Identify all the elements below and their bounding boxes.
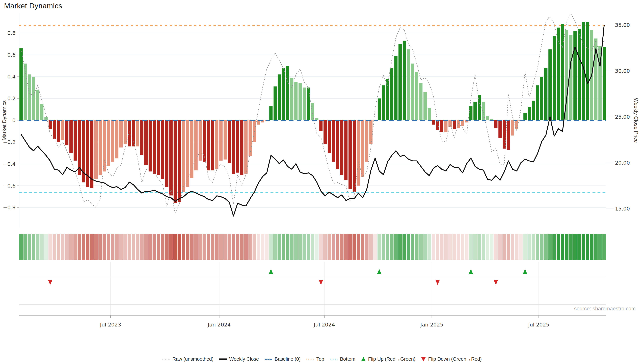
oscillator-bar [70, 120, 72, 153]
oscillator-bar [248, 120, 252, 156]
heatmap-cell [219, 234, 223, 260]
heatmap-cell [523, 234, 527, 260]
oscillator-bar [511, 120, 514, 136]
oscillator-bar [157, 120, 160, 175]
oscillator-bar [182, 120, 185, 192]
oscillator-bar [357, 120, 360, 186]
heatmap-cell [115, 234, 118, 260]
price-axis-tick-label: 20.00 [615, 160, 630, 166]
heatmap-cell [452, 234, 456, 260]
y-axis-tick-label: −0.4 [3, 161, 16, 167]
heatmap-cell [540, 234, 544, 260]
heatmap-cell [148, 234, 152, 260]
oscillator-bar [294, 82, 298, 120]
flip-up-marker [469, 269, 473, 274]
oscillator-bar [190, 120, 193, 178]
heatmap-cell [298, 234, 302, 260]
heatmap-cell [536, 234, 539, 260]
heatmap-cell [24, 234, 27, 260]
heatmap-cell [40, 234, 44, 260]
heatmap-cell [328, 234, 331, 260]
heatmap-cell [194, 234, 198, 260]
oscillator-bar [24, 63, 27, 120]
x-axis-tick-label: Jul 2025 [528, 322, 549, 328]
heatmap-cell [573, 234, 577, 260]
heatmap-cell [198, 234, 202, 260]
oscillator-bar [548, 49, 552, 120]
y-axis-tick-label: 0.6 [8, 52, 16, 58]
close-line-swatch-icon [219, 359, 227, 360]
oscillator-bar [40, 104, 44, 120]
flip-up-marker [523, 269, 527, 274]
legend-label: Raw (unsmoothed) [172, 356, 214, 362]
heatmap-cell [32, 234, 35, 260]
heatmap-cell [232, 234, 235, 260]
oscillator-bar [332, 120, 335, 162]
heatmap-cell [90, 234, 94, 260]
heatmap-cell [602, 234, 606, 260]
heatmap-cell [282, 234, 285, 260]
heatmap-cell [394, 234, 398, 260]
oscillator-bar [278, 74, 281, 120]
heatmap-cell [402, 234, 406, 260]
oscillator-bar [457, 120, 460, 128]
heatmap-cell [528, 234, 531, 260]
heatmap-cell [302, 234, 306, 260]
heatmap-cell [169, 234, 173, 260]
heatmap-cell [590, 234, 594, 260]
heatmap-cell [511, 234, 514, 260]
heatmap-cell [103, 234, 106, 260]
price-axis-tick-label: 35.00 [615, 22, 630, 28]
oscillator-bar [103, 120, 106, 172]
oscillator-bar [544, 68, 548, 120]
legend-item-baseline: Baseline (0) [265, 356, 301, 362]
oscillator-bar [344, 120, 348, 180]
legend: Raw (unsmoothed) Weekly Close Baseline (… [0, 356, 644, 362]
heatmap-cell [569, 234, 572, 260]
oscillator-bar [198, 120, 202, 161]
heatmap-cell [448, 234, 452, 260]
oscillator-bar [586, 22, 589, 120]
legend-item-bottom: Bottom [330, 356, 355, 362]
oscillator-bar [474, 102, 477, 120]
heatmap-cell [315, 234, 318, 260]
heatmap-cell [340, 234, 344, 260]
heatmap-cell [311, 234, 314, 260]
heatmap-cell [182, 234, 185, 260]
heatmap-cell [215, 234, 218, 260]
oscillator-bar [578, 29, 581, 120]
price-axis-tick-label: 15.00 [615, 206, 630, 212]
oscillator-bar [215, 120, 218, 169]
oscillator-bar [411, 63, 414, 120]
y-axis-tick-label: −0.8 [3, 204, 16, 211]
oscillator-bar [378, 98, 381, 120]
oscillator-bar [274, 86, 277, 120]
heatmap-cell [286, 234, 289, 260]
heatmap-cell [144, 234, 148, 260]
oscillator-bar [219, 120, 222, 161]
heatmap-cell [428, 234, 431, 260]
oscillator-bar [144, 120, 148, 165]
oscillator-bar [398, 44, 402, 120]
oscillator-bar [236, 120, 239, 173]
oscillator-bar [415, 72, 418, 120]
oscillator-bar [494, 120, 498, 128]
heatmap-cell [19, 234, 23, 260]
heatmap-cell [490, 234, 494, 260]
oscillator-bar [524, 113, 526, 120]
oscillator-bar [207, 120, 210, 170]
heatmap-cell [240, 234, 244, 260]
heatmap-cell [578, 234, 581, 260]
oscillator-bar [194, 120, 198, 170]
price-axis-tick-label: 25.00 [615, 114, 630, 120]
oscillator-bar [136, 120, 139, 146]
oscillator-bar [161, 120, 164, 179]
oscillator-bar [407, 49, 410, 120]
oscillator-bar [170, 120, 172, 196]
heatmap-cell [152, 234, 156, 260]
heatmap-cell [174, 234, 177, 260]
heatmap-cell [165, 234, 168, 260]
oscillator-bar [319, 120, 322, 131]
heatmap-cell [28, 234, 31, 260]
raw-line-swatch-icon [162, 359, 170, 360]
